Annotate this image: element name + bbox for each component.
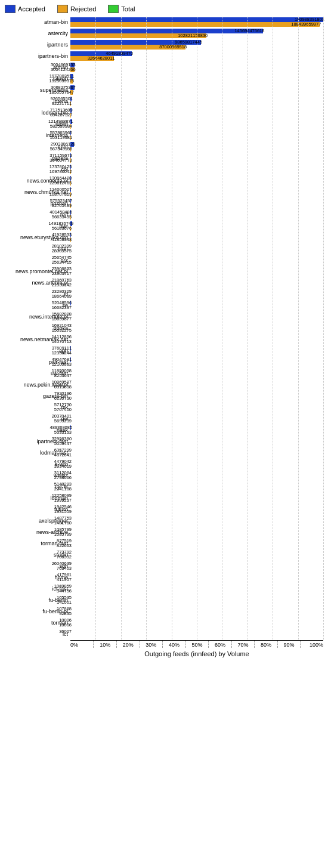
bar-rejected-label: 582599984 bbox=[50, 124, 73, 129]
bar-section: 2565474525624415 bbox=[70, 255, 323, 265]
bar-section: 4904768112100883 bbox=[70, 357, 323, 367]
bar-section: 1214998871582599984 bbox=[70, 119, 323, 129]
legend-accepted-color bbox=[5, 5, 16, 13]
bar-rejected: 1850557847 bbox=[70, 90, 73, 95]
bar-rejected-label: 1481760 bbox=[54, 521, 72, 526]
row-label: astercity bbox=[5, 30, 70, 36]
bar-rejected: 553119981 bbox=[70, 135, 71, 140]
bar-rejected-label: 14070713 bbox=[52, 339, 72, 344]
table-row: e-wro44790423934619 bbox=[5, 459, 323, 469]
bar-rejected-label: 188439659977 bbox=[291, 22, 321, 27]
table-row: ipartners-bin4649189947032664628011 bbox=[5, 51, 323, 61]
legend-total-color bbox=[108, 5, 119, 13]
table-row: lublin1214998871582599984 bbox=[5, 119, 323, 129]
bar-section: 1568280815659377 bbox=[70, 312, 323, 322]
legend-accepted-label: Accepted bbox=[18, 5, 45, 13]
bar-section: 827519822663 bbox=[70, 539, 323, 548]
table-row: nask4893680855333133 bbox=[5, 425, 323, 435]
bar-section: 4192853341858948 bbox=[70, 233, 323, 242]
table-row: coi173780425169786042 bbox=[5, 164, 323, 175]
bar-section: 3760911112338244 bbox=[70, 346, 323, 356]
table-row: fu-berlin165535141001 bbox=[5, 595, 323, 606]
bar-section: 2810239928085575 bbox=[70, 244, 323, 254]
bar-rejected-label: 553119981 bbox=[50, 135, 73, 140]
bar-section: 329563805059447 bbox=[70, 437, 323, 446]
bar-rejected-label: 344756 bbox=[57, 589, 72, 594]
bar-rejected-label: 766392 bbox=[57, 555, 72, 560]
bar-section: 190988391801188439659977 bbox=[70, 17, 323, 27]
bar-section: 108695876313838 bbox=[70, 380, 323, 390]
table-row: news.artcom.pl2186075321530142 bbox=[5, 277, 323, 288]
bar-rejected-label: 8253647 bbox=[54, 373, 72, 378]
table-row: news.intertele.pl1568280815659377 bbox=[5, 311, 323, 322]
table-row: gazeta371159673364604773 bbox=[5, 153, 323, 163]
bar-rejected-label: 2798666 bbox=[54, 475, 72, 480]
bar-rejected-label: 18664089 bbox=[52, 294, 72, 299]
bar-rejected-label: 822663 bbox=[57, 543, 72, 548]
bar-section: 63572994872641 bbox=[70, 448, 323, 458]
table-row: astercity145692475618102821156830 bbox=[5, 28, 323, 39]
table-row: news.connecta.pl130964408129812765 bbox=[5, 175, 323, 186]
bar-section: 1411285614070713 bbox=[70, 335, 323, 344]
chart-container: Accepted Rejected Total atman-bin1909883… bbox=[0, 0, 328, 681]
bar-rejected: 87000569518 bbox=[70, 45, 185, 50]
bar-rejected-label: 1931559 bbox=[54, 509, 72, 514]
bar-section: 145692475618102821156830 bbox=[70, 29, 323, 38]
bar-rejected-label: 25624415 bbox=[52, 260, 72, 265]
table-row: internetia557865965553119981 bbox=[5, 130, 323, 141]
bar-section: 122580991999237 bbox=[70, 493, 323, 503]
table-row: futuro19425461931559 bbox=[5, 504, 323, 515]
x-tick-80: 80% bbox=[254, 641, 277, 648]
legend-rejected-label: Rejected bbox=[70, 5, 96, 13]
bar-section: 30046691333004124266 bbox=[70, 63, 323, 72]
bar-accepted: 145692475618 bbox=[70, 29, 263, 33]
bar-rejected-label: 92835 bbox=[59, 611, 72, 616]
bar-section: 92656550192221711 bbox=[70, 97, 323, 106]
bar-section: 19425461931559 bbox=[70, 505, 323, 514]
bar-rejected-label: 567345188 bbox=[50, 147, 73, 152]
table-row: supermedia30682753671850557847 bbox=[5, 85, 323, 95]
x-tick-10: 10% bbox=[93, 641, 116, 648]
bar-section: 130964408129812765 bbox=[70, 176, 323, 186]
legend-total-label: Total bbox=[121, 5, 135, 13]
table-row: poznan57552345782765489 bbox=[5, 198, 323, 209]
x-tick-20: 20% bbox=[116, 641, 140, 648]
bar-rejected: 1923099375 bbox=[70, 79, 73, 84]
table-row: atman30046691333004124266 bbox=[5, 62, 323, 73]
bar-rejected-label: 12100883 bbox=[52, 362, 72, 367]
table-row: bnet2810239928085575 bbox=[5, 243, 323, 254]
bar-rejected-label: 3934619 bbox=[54, 464, 72, 469]
table-row: lodman-fast63572994872641 bbox=[5, 447, 323, 458]
bar-section: 1069859344756 bbox=[70, 584, 323, 594]
bar-section: 149183674956189676 bbox=[70, 221, 323, 231]
table-row: axelspringer14877531481760 bbox=[5, 515, 323, 526]
table-row: prz2565474525624415 bbox=[5, 255, 323, 265]
table-row: pwr149183674956189676 bbox=[5, 221, 323, 231]
legend-accepted: Accepted bbox=[5, 5, 45, 13]
bar-section: 31120642798666 bbox=[70, 471, 323, 480]
bar-rejected-label: 41858948 bbox=[52, 237, 72, 242]
x-tick-50: 50% bbox=[185, 641, 209, 648]
bar-section: 10857991085799 bbox=[70, 527, 323, 537]
x-tick-40: 40% bbox=[162, 641, 185, 648]
bar-rejected-label: 5707400 bbox=[54, 407, 72, 412]
row-label: ipartners bbox=[5, 42, 70, 48]
bar-rejected-label: 5333133 bbox=[54, 430, 72, 435]
bar-section: 557865965553119981 bbox=[70, 131, 323, 140]
bar-section: 30682753671850557847 bbox=[70, 85, 323, 95]
bar-rejected-label: 5695239 bbox=[54, 419, 72, 424]
table-row: wsisiz31120642798666 bbox=[5, 470, 323, 481]
bar-section: 417961411957 bbox=[70, 573, 323, 582]
bar-section: 2186075321530142 bbox=[70, 278, 323, 288]
bar-section: 79201966230730 bbox=[70, 391, 323, 401]
bar-rejected-label: 411957 bbox=[57, 577, 72, 582]
bar-rejected-label: 21530142 bbox=[52, 283, 72, 288]
table-row: fu-berlin-pl10786892835 bbox=[5, 606, 323, 617]
table-row: itl2328030918664089 bbox=[5, 289, 323, 299]
bar-rejected-label: 1923099375 bbox=[49, 79, 75, 84]
bar-section: 14877531481760 bbox=[70, 516, 323, 526]
bar-section: 4893680855333133 bbox=[70, 425, 323, 435]
table-row: rsk57127305707400 bbox=[5, 402, 323, 413]
table-row: lodman-bin717513609654287327 bbox=[5, 107, 323, 118]
bar-section: 2390683323903717 bbox=[70, 267, 323, 276]
